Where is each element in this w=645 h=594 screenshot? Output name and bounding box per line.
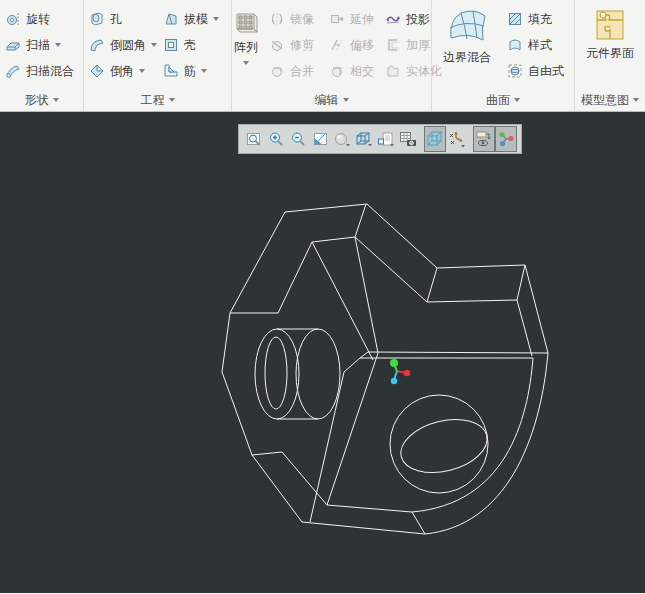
zoom-in-button[interactable] [265, 126, 287, 152]
intersect-icon [329, 63, 345, 79]
extend-button[interactable]: 延伸 [324, 6, 380, 32]
solidify-icon [385, 63, 401, 79]
shell-button[interactable]: 壳 [158, 32, 231, 58]
shading-style-icon [333, 131, 351, 148]
merge-button[interactable]: 合并 [264, 58, 324, 84]
mirror-label: 镜像 [290, 11, 314, 28]
view-manager-icon [399, 131, 417, 148]
swept-blend-icon [5, 63, 21, 79]
graphics-area[interactable] [0, 112, 645, 593]
group-label-engineering[interactable]: 工程 [84, 92, 231, 108]
repaint-icon [312, 131, 329, 148]
thicken-label: 加厚 [406, 37, 430, 54]
freestyle-icon [507, 63, 523, 79]
project-icon [385, 11, 401, 27]
dropdown-arrow-icon [201, 69, 207, 73]
csys-y-axis-dot [390, 359, 398, 367]
trim-label: 修剪 [290, 37, 314, 54]
dropdown-arrow-icon [213, 17, 219, 21]
group-label-editing[interactable]: 编辑 [232, 92, 431, 108]
designate-display-icon [475, 130, 493, 148]
revolve-icon [5, 11, 21, 27]
trim-button[interactable]: 修剪 [264, 32, 324, 58]
csys-marker[interactable] [390, 359, 410, 384]
boundary-blend-button[interactable]: 边界混合 [432, 6, 502, 84]
rib-icon [163, 63, 179, 79]
annotation-display-icon [448, 130, 466, 148]
offset-button[interactable]: 偏移 [324, 32, 380, 58]
dropdown-arrow-icon [151, 43, 157, 47]
ribbon-group-model-intent: 元件界面 模型意图 [575, 0, 645, 111]
saved-orientations-icon [377, 131, 395, 148]
swept-blend-label: 扫描混合 [26, 63, 74, 80]
mirror-button[interactable]: 镜像 [264, 6, 324, 32]
chamfer-icon [89, 63, 105, 79]
revolve-label: 旋转 [26, 11, 50, 28]
zoom-out-button[interactable] [287, 126, 309, 152]
fill-label: 填充 [528, 11, 552, 28]
group-label-model-intent[interactable]: 模型意图 [575, 92, 645, 108]
in-graphics-toolbar [238, 124, 522, 154]
sweep-button[interactable]: 扫描 [0, 32, 83, 58]
component-interface-label: 元件界面 [586, 45, 634, 62]
chamfer-label: 倒角 [110, 63, 134, 80]
offset-label: 偏移 [350, 37, 374, 54]
round-icon [89, 37, 105, 53]
pattern-button[interactable]: 阵列 [232, 6, 260, 84]
rib-button[interactable]: 筋 [158, 58, 231, 84]
zoom-out-icon [290, 131, 307, 148]
group-label-shapes[interactable]: 形状 [0, 92, 83, 108]
shell-label: 壳 [184, 37, 196, 54]
draft-button[interactable]: 拔模 [158, 6, 231, 32]
merge-label: 合并 [290, 63, 314, 80]
dropdown-arrow-icon [633, 98, 639, 102]
saved-orientations-button[interactable] [375, 126, 397, 152]
view-manager-button[interactable] [397, 126, 419, 152]
rib-label: 筋 [184, 63, 196, 80]
shading-style-button[interactable] [331, 126, 353, 152]
spin-center-button[interactable] [495, 126, 517, 152]
style-button[interactable]: 样式 [502, 32, 569, 58]
swept-blend-button[interactable]: 扫描混合 [0, 58, 83, 84]
style-icon [507, 37, 523, 53]
shell-icon [163, 37, 179, 53]
ribbon: 旋转 扫描 扫描混合 形状 [0, 0, 645, 112]
dropdown-arrow-icon [169, 98, 175, 102]
csys-z-axis-dot [391, 378, 397, 384]
thicken-icon [385, 37, 401, 53]
dropdown-arrow-icon [53, 98, 59, 102]
revolve-button[interactable]: 旋转 [0, 6, 83, 32]
ribbon-group-shapes: 旋转 扫描 扫描混合 形状 [0, 0, 84, 111]
component-interface-icon [594, 8, 626, 42]
refit-button[interactable] [243, 126, 265, 152]
intersect-label: 相交 [350, 63, 374, 80]
chamfer-button[interactable]: 倒角 [84, 58, 158, 84]
dropdown-arrow-icon [55, 43, 61, 47]
merge-icon [269, 63, 285, 79]
freestyle-label: 自由式 [528, 63, 564, 80]
datum-display-button[interactable] [424, 126, 446, 152]
csys-x-axis-dot [404, 370, 410, 376]
boundary-blend-icon [445, 8, 489, 46]
refit-icon [246, 131, 263, 148]
annotation-display-button[interactable] [446, 126, 468, 152]
draft-icon [163, 11, 179, 27]
intersect-button[interactable]: 相交 [324, 58, 380, 84]
fill-button[interactable]: 填充 [502, 6, 569, 32]
spin-center-icon [497, 130, 515, 148]
designate-display-button[interactable] [473, 126, 495, 152]
hole-label: 孔 [110, 11, 122, 28]
mirror-icon [269, 11, 285, 27]
component-interface-button[interactable]: 元件界面 [575, 6, 645, 62]
group-label-surfaces[interactable]: 曲面 [432, 92, 574, 108]
wireframe-model [0, 112, 645, 593]
freestyle-button[interactable]: 自由式 [502, 58, 569, 84]
repaint-button[interactable] [309, 126, 331, 152]
round-button[interactable]: 倒圆角 [84, 32, 158, 58]
round-label: 倒圆角 [110, 37, 146, 54]
ribbon-group-surfaces: 边界混合 填充 样式 [432, 0, 575, 111]
display-style-button[interactable] [353, 126, 375, 152]
hole-button[interactable]: 孔 [84, 6, 158, 32]
dropdown-arrow-icon [243, 61, 249, 65]
fill-icon [507, 11, 523, 27]
